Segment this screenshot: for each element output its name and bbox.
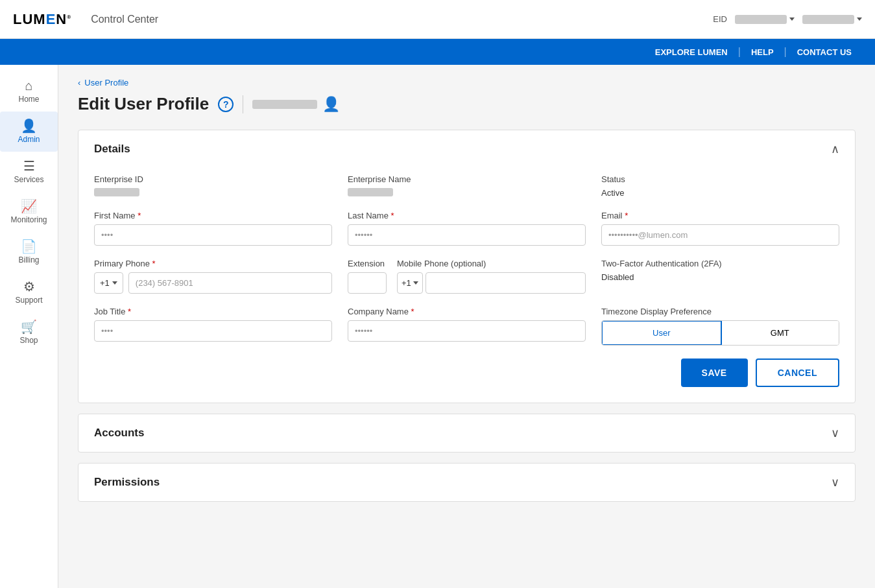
details-button-row: SAVE CANCEL bbox=[94, 359, 839, 387]
company-name-label: Company Name * bbox=[348, 307, 586, 316]
cancel-button[interactable]: CANCEL bbox=[756, 359, 839, 387]
top-nav: LUMEN® Control Center EID bbox=[0, 0, 875, 39]
header-divider bbox=[243, 95, 243, 113]
explore-lumen-link[interactable]: EXPLORE LUMEN bbox=[645, 47, 738, 57]
sidebar: ⌂ Home 👤 Admin ☰ Services 📈 Monitoring 📄… bbox=[0, 65, 58, 588]
breadcrumb[interactable]: ‹ User Profile bbox=[78, 78, 856, 88]
last-name-input[interactable] bbox=[348, 224, 586, 246]
first-name-required: * bbox=[138, 211, 141, 220]
accounts-title: Accounts bbox=[94, 427, 144, 440]
sidebar-item-support[interactable]: ⚙ Support bbox=[0, 272, 58, 312]
timezone-toggle: User GMT bbox=[601, 320, 839, 346]
mobile-phone-row: +1 bbox=[397, 272, 586, 294]
mobile-country-code: +1 bbox=[402, 278, 411, 288]
permissions-expand-icon[interactable]: ∨ bbox=[831, 475, 839, 489]
details-title: Details bbox=[94, 143, 130, 156]
user-chevron-icon bbox=[857, 18, 862, 21]
extension-input[interactable] bbox=[348, 272, 387, 294]
sidebar-item-monitoring[interactable]: 📈 Monitoring bbox=[0, 192, 58, 232]
timezone-gmt-button[interactable]: GMT bbox=[721, 321, 839, 345]
permissions-title: Permissions bbox=[94, 476, 160, 489]
help-link[interactable]: HELP bbox=[741, 47, 784, 57]
breadcrumb-parent[interactable]: User Profile bbox=[84, 78, 128, 88]
mobile-country-chevron-icon bbox=[413, 281, 418, 285]
accounts-card: Accounts ∨ bbox=[78, 414, 856, 453]
email-input[interactable] bbox=[601, 224, 839, 246]
phone-country-selector[interactable]: +1 bbox=[94, 272, 123, 294]
user-name-blurred bbox=[252, 100, 317, 109]
eid-label: EID bbox=[713, 14, 727, 24]
enterprise-id-label: Enterprise ID bbox=[94, 174, 332, 184]
last-name-label: Last Name * bbox=[348, 211, 586, 220]
user-avatar-area: 👤 bbox=[252, 96, 340, 113]
ext-mobile-field: Extension Mobile Phone (optional) +1 bbox=[348, 259, 586, 294]
first-name-field: First Name * bbox=[94, 211, 332, 246]
content-area: ‹ User Profile Edit User Profile ? 👤 Det… bbox=[58, 65, 875, 588]
sidebar-item-home[interactable]: ⌂ Home bbox=[0, 71, 58, 112]
mobile-phone-label: Mobile Phone (optional) bbox=[397, 259, 586, 268]
timezone-field: Timezone Display Preference User GMT bbox=[601, 307, 839, 346]
help-icon-button[interactable]: ? bbox=[218, 97, 234, 112]
main-layout: ⌂ Home 👤 Admin ☰ Services 📈 Monitoring 📄… bbox=[0, 65, 875, 588]
company-name-required: * bbox=[411, 307, 414, 316]
sidebar-item-services[interactable]: ☰ Services bbox=[0, 152, 58, 192]
company-name-input[interactable] bbox=[348, 320, 586, 342]
eid-chevron-icon bbox=[789, 18, 795, 21]
sidebar-services-label: Services bbox=[14, 175, 43, 184]
details-collapse-icon[interactable]: ∧ bbox=[831, 142, 839, 156]
job-title-label: Job Title * bbox=[94, 307, 332, 316]
status-field: Status Active bbox=[601, 174, 839, 198]
two-factor-value: Disabled bbox=[601, 272, 839, 282]
primary-phone-row: +1 bbox=[94, 272, 332, 294]
last-name-field: Last Name * bbox=[348, 211, 586, 246]
permissions-card-header[interactable]: Permissions ∨ bbox=[78, 464, 855, 501]
enterprise-name-value bbox=[348, 188, 393, 196]
details-card: Details ∧ Enterprise ID Enterprise Name bbox=[78, 130, 856, 403]
sidebar-shop-label: Shop bbox=[19, 336, 38, 345]
save-button[interactable]: SAVE bbox=[681, 359, 748, 387]
accounts-card-header[interactable]: Accounts ∨ bbox=[78, 414, 855, 452]
two-factor-field: Two-Factor Authentication (2FA) Disabled bbox=[601, 259, 839, 294]
timezone-label: Timezone Display Preference bbox=[601, 307, 839, 316]
shop-icon: 🛒 bbox=[21, 320, 37, 333]
nav-title: Control Center bbox=[91, 14, 713, 25]
details-card-header[interactable]: Details ∧ bbox=[78, 130, 855, 168]
extension-label: Extension bbox=[348, 259, 387, 268]
sidebar-monitoring-label: Monitoring bbox=[10, 215, 47, 224]
home-icon: ⌂ bbox=[25, 79, 32, 92]
eid-dropdown[interactable] bbox=[735, 15, 795, 24]
sidebar-support-label: Support bbox=[15, 296, 42, 305]
mobile-number-input[interactable] bbox=[426, 272, 586, 294]
enterprise-id-field: Enterprise ID bbox=[94, 174, 332, 198]
services-icon: ☰ bbox=[23, 159, 35, 172]
user-dropdown[interactable] bbox=[802, 15, 862, 24]
primary-phone-required: * bbox=[152, 259, 156, 268]
page-header: Edit User Profile ? 👤 bbox=[78, 94, 856, 114]
company-name-field: Company Name * bbox=[348, 307, 586, 346]
sidebar-item-admin[interactable]: 👤 Admin bbox=[0, 112, 58, 152]
email-label: Email * bbox=[601, 211, 839, 220]
job-title-required: * bbox=[128, 307, 131, 316]
phone-country-code: +1 bbox=[100, 278, 110, 288]
primary-phone-label: Primary Phone * bbox=[94, 259, 332, 268]
admin-icon: 👤 bbox=[21, 119, 37, 132]
eid-value bbox=[735, 15, 787, 24]
sidebar-item-shop[interactable]: 🛒 Shop bbox=[0, 312, 58, 353]
first-name-input[interactable] bbox=[94, 224, 332, 246]
mobile-country-selector[interactable]: +1 bbox=[397, 272, 423, 294]
extension-subfield: Extension bbox=[348, 259, 387, 294]
details-card-body: Enterprise ID Enterprise Name Status Act… bbox=[78, 168, 855, 403]
sidebar-item-billing[interactable]: 📄 Billing bbox=[0, 232, 58, 272]
blue-banner: EXPLORE LUMEN | HELP | CONTACT US bbox=[0, 39, 875, 65]
timezone-user-button[interactable]: User bbox=[601, 320, 722, 346]
accounts-expand-icon[interactable]: ∨ bbox=[831, 426, 839, 440]
contact-us-link[interactable]: CONTACT US bbox=[787, 47, 862, 57]
sidebar-admin-label: Admin bbox=[18, 135, 40, 144]
phone-number-input[interactable] bbox=[128, 272, 332, 294]
job-title-input[interactable] bbox=[94, 320, 332, 342]
first-name-label: First Name * bbox=[94, 211, 332, 220]
details-form-grid: Enterprise ID Enterprise Name Status Act… bbox=[94, 174, 839, 346]
sidebar-home-label: Home bbox=[18, 95, 39, 104]
breadcrumb-arrow: ‹ bbox=[78, 78, 80, 88]
status-label: Status bbox=[601, 174, 839, 184]
